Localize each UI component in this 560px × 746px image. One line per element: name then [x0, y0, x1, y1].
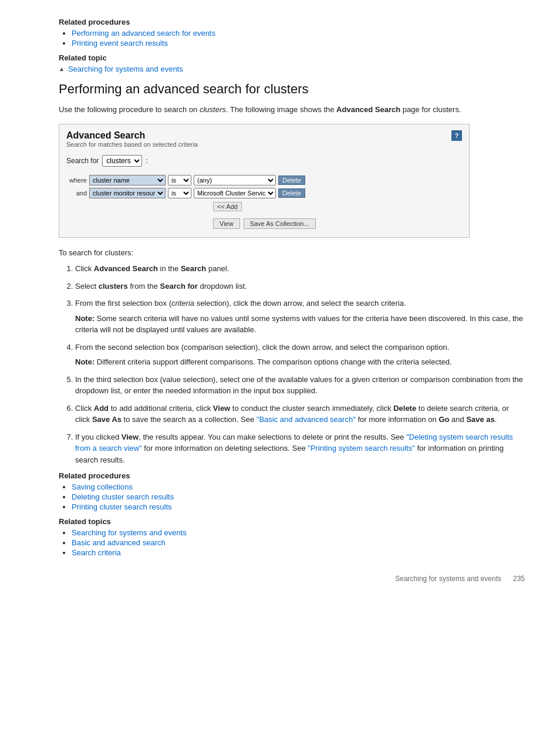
link-searching-systems-events-bottom[interactable]: Searching for systems and events	[72, 528, 187, 537]
advanced-search-box: Advanced Search Search for matches based…	[59, 124, 470, 238]
footer-left: Searching for systems and events	[395, 575, 501, 583]
related-procedures-bottom: Related procedures Saving collections De…	[59, 471, 525, 511]
related-topic-top-label: Related topic	[59, 53, 525, 62]
link-advanced-search-events[interactable]: Performing an advanced search for events	[72, 29, 215, 38]
search-for-colon: :	[146, 157, 147, 165]
where-label: where	[66, 177, 87, 184]
and-label: and	[66, 190, 87, 197]
related-topics-bottom-label: Related topics	[59, 517, 525, 526]
adv-search-title-block: Advanced Search Search for matches based…	[66, 130, 198, 154]
list-item: Printing event search results	[72, 39, 525, 48]
link-print-event-results[interactable]: Printing event search results	[72, 39, 168, 48]
step-5: In the third selection box (value select…	[75, 374, 525, 397]
adv-search-title-row: Advanced Search Search for matches based…	[66, 130, 462, 154]
step-4: From the second selection box (compariso…	[75, 342, 525, 368]
list-item: Searching for systems and events	[72, 528, 525, 537]
link-deleting-results[interactable]: "Deleting system search results from a s…	[75, 433, 513, 453]
criteria-and-buttons: where cluster name is (any) Delete and c…	[66, 175, 462, 229]
link-deleting-cluster-results[interactable]: Deleting cluster search results	[72, 492, 174, 501]
step-6: Click Add to add additional criteria, cl…	[75, 403, 525, 426]
related-procedures-top: Related procedures Performing an advance…	[59, 18, 525, 48]
link-saving-collections[interactable]: Saving collections	[72, 482, 133, 491]
row2-controls: cluster monitor resource is Microsoft Cl…	[89, 188, 305, 198]
related-procedures-top-label: Related procedures	[59, 18, 525, 26]
footer-page: 235	[513, 575, 525, 583]
add-row: << Add	[213, 202, 462, 211]
row1-delete-button[interactable]: Delete	[278, 175, 305, 185]
link-search-criteria-bottom[interactable]: Search criteria	[72, 548, 121, 557]
search-for-row: Search for clusters :	[66, 155, 462, 167]
link-searching-systems-events-top[interactable]: Searching for systems and events	[68, 65, 183, 73]
list-item: Printing cluster search results	[72, 502, 525, 511]
list-item: Search criteria	[72, 548, 525, 557]
related-topic-top: Related topic ▲ Searching for systems an…	[59, 53, 525, 73]
related-topics-bottom-list: Searching for systems and events Basic a…	[59, 528, 525, 557]
add-button[interactable]: << Add	[213, 202, 242, 211]
row1-value-select[interactable]: (any)	[194, 175, 276, 185]
steps-list: Click Advanced Search in the Search pane…	[59, 263, 525, 465]
related-procedures-top-list: Performing an advanced search for events…	[59, 29, 525, 48]
related-topics-bottom: Related topics Searching for systems and…	[59, 517, 525, 557]
adv-search-subtitle: Search for matches based on selected cri…	[66, 141, 198, 148]
related-procedures-bottom-list: Saving collections Deleting cluster sear…	[59, 482, 525, 511]
step-2: Select clusters from the Search for drop…	[75, 281, 525, 292]
view-button[interactable]: View	[213, 218, 240, 229]
criteria-row-and: and cluster monitor resource is Microsof…	[66, 188, 462, 198]
link-printing-cluster-results[interactable]: Printing cluster search results	[72, 502, 172, 511]
footer: Searching for systems and events 235	[59, 575, 525, 583]
list-item: Saving collections	[72, 482, 525, 491]
triangle-icon: ▲	[59, 66, 65, 72]
criteria-row-where: where cluster name is (any) Delete	[66, 175, 462, 185]
related-procedures-bottom-label: Related procedures	[59, 471, 525, 480]
row1-is-select[interactable]: is	[168, 175, 191, 185]
list-item: Basic and advanced search	[72, 538, 525, 547]
search-for-label: Search for	[66, 157, 99, 165]
row2-value-select[interactable]: Microsoft Cluster Service	[194, 188, 276, 198]
link-basic-advanced-bottom[interactable]: Basic and advanced search	[72, 538, 166, 547]
bottom-buttons: View Save As Collection...	[213, 218, 462, 229]
triangle-link-top: ▲ Searching for systems and events	[59, 65, 525, 73]
link-basic-advanced-search[interactable]: "Basic and advanced search"	[257, 415, 356, 424]
step-1: Click Advanced Search in the Search pane…	[75, 263, 525, 275]
row2-is-select[interactable]: is	[168, 188, 191, 198]
section-title: Performing an advanced search for cluste…	[59, 82, 525, 97]
link-printing-results[interactable]: "Printing system search results"	[308, 444, 415, 453]
step-4-note: Note: Different criteria support differe…	[75, 356, 525, 368]
step-7: If you clicked View, the results appear.…	[75, 431, 525, 466]
steps-intro: To search for clusters:	[59, 247, 525, 259]
row1-controls: cluster name is (any) Delete	[89, 175, 305, 185]
step-3-note: Note: Some search criteria will have no …	[75, 313, 525, 336]
list-item: Deleting cluster search results	[72, 492, 525, 501]
step-3: From the first selection box (criteria s…	[75, 298, 525, 336]
search-for-dropdown[interactable]: clusters	[102, 155, 142, 167]
intro-para: Use the following procedure to search on…	[59, 104, 525, 116]
help-button[interactable]: ?	[451, 130, 462, 141]
adv-search-title: Advanced Search	[66, 130, 198, 141]
list-item: Performing an advanced search for events	[72, 29, 525, 38]
save-collection-button[interactable]: Save As Collection...	[244, 218, 316, 229]
row2-delete-button[interactable]: Delete	[278, 188, 305, 198]
row2-criteria-select[interactable]: cluster monitor resource	[89, 188, 166, 198]
row1-criteria-select[interactable]: cluster name	[89, 175, 166, 185]
